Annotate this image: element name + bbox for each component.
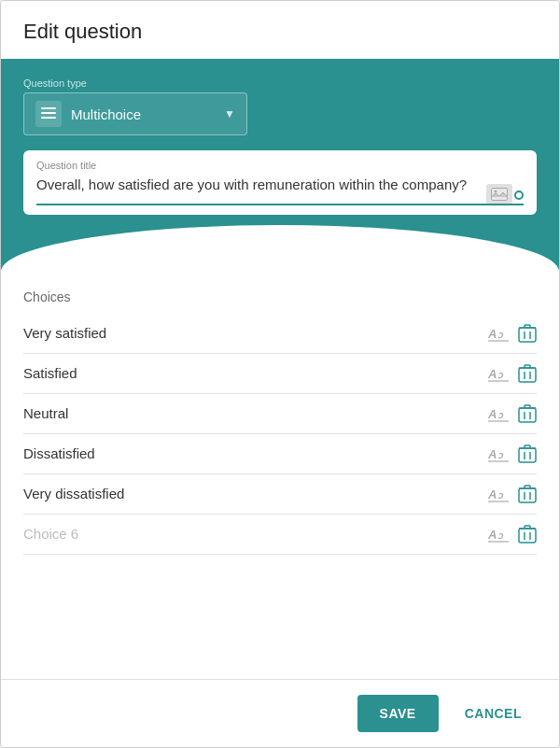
choice-text-3[interactable]: Neutral bbox=[23, 405, 479, 421]
delete-choice-icon[interactable] bbox=[518, 363, 537, 384]
choice-text-1[interactable]: Very satisfied bbox=[23, 325, 479, 341]
choice-row: Satisfied A ↄ bbox=[23, 354, 537, 394]
svg-text:A: A bbox=[488, 487, 497, 501]
delete-choice-icon[interactable] bbox=[518, 484, 537, 504]
svg-rect-2 bbox=[41, 117, 56, 119]
svg-rect-48 bbox=[519, 488, 536, 502]
choice-row: Neutral A ↄ bbox=[23, 394, 537, 434]
question-title-label: Question title bbox=[36, 160, 524, 171]
choices-label: Choices bbox=[23, 289, 537, 304]
svg-rect-18 bbox=[519, 368, 536, 382]
choice-actions-5: A ↄ bbox=[488, 484, 537, 504]
list-icon bbox=[35, 101, 62, 127]
text-style-icon[interactable]: A ↄ bbox=[488, 405, 509, 422]
svg-text:A: A bbox=[488, 407, 497, 421]
svg-text:ↄ: ↄ bbox=[497, 490, 504, 501]
choice-text-5[interactable]: Very dissatisfied bbox=[23, 486, 479, 501]
question-type-dropdown[interactable]: Multichoice ▼ bbox=[23, 92, 247, 135]
svg-text:ↄ: ↄ bbox=[497, 410, 504, 420]
footer: SAVE CANCEL bbox=[1, 679, 559, 747]
text-style-icon[interactable]: A ↄ bbox=[488, 325, 509, 342]
cancel-button[interactable]: CANCEL bbox=[450, 695, 537, 732]
delete-choice-icon[interactable] bbox=[518, 323, 537, 344]
svg-rect-58 bbox=[519, 529, 536, 543]
svg-text:A: A bbox=[488, 528, 497, 542]
choice-actions-4: A ↄ bbox=[488, 444, 537, 464]
choice-text-2[interactable]: Satisfied bbox=[23, 365, 479, 381]
svg-text:ↄ: ↄ bbox=[497, 330, 504, 340]
delete-choice-icon[interactable] bbox=[518, 524, 537, 544]
title-underline bbox=[36, 204, 524, 205]
delete-choice-icon[interactable] bbox=[518, 444, 537, 464]
svg-rect-0 bbox=[41, 107, 56, 109]
choice-actions-1: A ↄ bbox=[488, 323, 537, 344]
svg-text:A: A bbox=[488, 367, 497, 381]
text-style-icon[interactable]: A ↄ bbox=[488, 486, 509, 502]
svg-text:ↄ: ↄ bbox=[497, 450, 504, 460]
choice-text-4[interactable]: Dissatisfied bbox=[23, 445, 479, 461]
choice-row: Choice 6 A ↄ bbox=[23, 515, 537, 555]
text-style-icon[interactable]: A ↄ bbox=[488, 365, 509, 382]
teal-header: Question type Multichoice ▼ Question tit… bbox=[1, 59, 559, 271]
choices-section: Choices Very satisfied A ↄ Satisfied A ↄ bbox=[1, 271, 559, 680]
svg-rect-1 bbox=[41, 112, 56, 114]
save-button[interactable]: SAVE bbox=[357, 695, 439, 732]
delete-choice-icon[interactable] bbox=[518, 403, 537, 424]
choice-text-6[interactable]: Choice 6 bbox=[23, 526, 479, 542]
svg-rect-38 bbox=[519, 448, 536, 462]
choice-row: Very dissatisfied A ↄ bbox=[23, 474, 537, 515]
text-style-icon[interactable]: A ↄ bbox=[488, 445, 509, 462]
svg-text:A: A bbox=[488, 447, 497, 461]
svg-text:ↄ: ↄ bbox=[497, 370, 504, 380]
question-title-section: Question title Overall, how satisfied ar… bbox=[23, 150, 537, 215]
question-type-value: Multichoice bbox=[71, 106, 224, 122]
choice-actions-3: A ↄ bbox=[488, 403, 537, 424]
svg-point-4 bbox=[495, 191, 497, 193]
question-title-text[interactable]: Overall, how satisfied are you with remu… bbox=[36, 175, 524, 196]
svg-rect-8 bbox=[519, 328, 536, 342]
choice-actions-6: A ↄ bbox=[488, 524, 537, 544]
question-type-section: Question type Multichoice ▼ bbox=[23, 78, 537, 135]
choice-row: Dissatisfied A ↄ bbox=[23, 434, 537, 474]
cursor-indicator bbox=[514, 191, 524, 200]
choice-row: Very satisfied A ↄ bbox=[23, 314, 537, 354]
choice-actions-2: A ↄ bbox=[488, 363, 537, 384]
chevron-down-icon: ▼ bbox=[224, 107, 235, 120]
choices-list: Very satisfied A ↄ Satisfied A ↄ Neutral bbox=[23, 314, 537, 555]
image-upload-icon[interactable] bbox=[486, 184, 512, 205]
svg-text:ↄ: ↄ bbox=[497, 530, 504, 541]
svg-text:A: A bbox=[488, 327, 497, 341]
question-type-label: Question type bbox=[23, 78, 537, 89]
edit-question-modal: Edit question Question type Multichoice … bbox=[0, 0, 560, 748]
text-style-icon[interactable]: A ↄ bbox=[488, 526, 509, 543]
svg-rect-28 bbox=[519, 408, 536, 422]
modal-title: Edit question bbox=[1, 1, 559, 59]
